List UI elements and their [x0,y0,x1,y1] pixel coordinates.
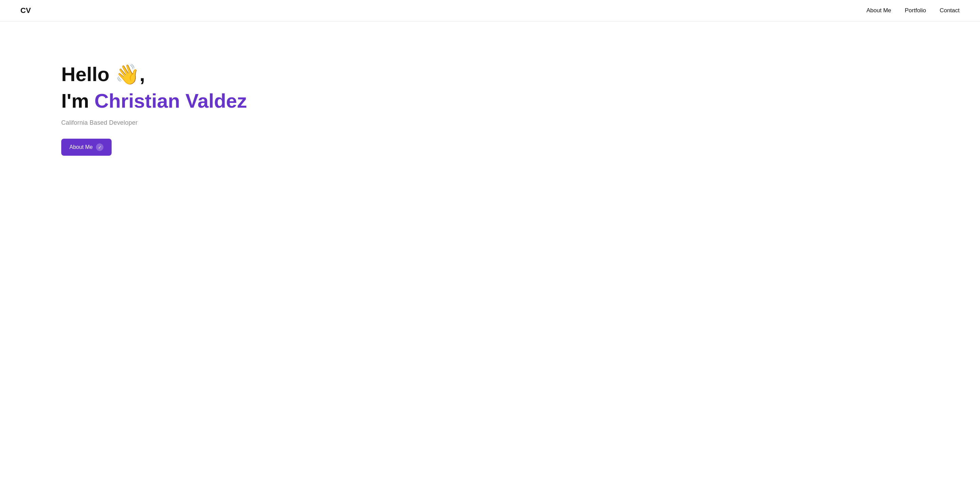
nav-item-about: About Me [866,7,891,14]
navbar: CV About Me Portfolio Contact [0,0,980,21]
nav-link-contact[interactable]: Contact [940,7,959,14]
about-me-button[interactable]: About Me ✓ [61,139,111,156]
hero-subtitle: California Based Developer [61,119,959,126]
about-btn-label: About Me [69,144,92,150]
nav-item-portfolio: Portfolio [905,7,926,14]
nav-links: About Me Portfolio Contact [866,7,959,14]
hero-name-prefix: I'm [61,89,95,112]
hero-name: Christian Valdez [95,89,247,112]
hero-greeting: Hello 👋, [61,62,959,86]
nav-link-about[interactable]: About Me [866,7,891,14]
hero-name-line: I'm Christian Valdez [61,89,959,113]
hero-section: Hello 👋, I'm Christian Valdez California… [0,21,980,183]
chevron-down-icon: ✓ [96,144,103,151]
nav-logo[interactable]: CV [21,6,31,15]
nav-item-contact: Contact [940,7,959,14]
nav-link-portfolio[interactable]: Portfolio [905,7,926,14]
